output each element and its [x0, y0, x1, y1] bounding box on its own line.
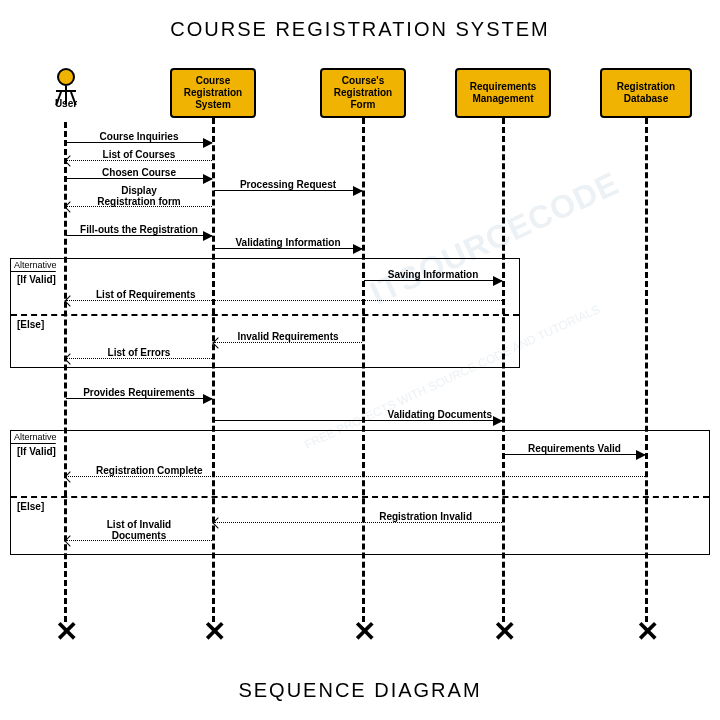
- fragment-divider: [11, 496, 709, 498]
- actor-user: User: [46, 68, 86, 109]
- terminator-icon: ✕: [636, 615, 659, 648]
- msg-list-of-requirements: List of Requirements: [66, 300, 502, 302]
- terminator-icon: ✕: [203, 615, 226, 648]
- fragment-label: Alternative: [10, 430, 64, 444]
- msg-display-registration-form: Display Registration form: [66, 206, 212, 208]
- guard-if-valid: [If Valid]: [17, 274, 56, 285]
- actor-head-icon: [57, 68, 75, 86]
- lifeline-requirements-management: Requirements Management: [455, 68, 551, 118]
- msg-requirements-valid: Requirements Valid: [504, 454, 645, 456]
- msg-registration-invalid: Registration Invalid: [214, 522, 502, 524]
- msg-validating-information: Validating Information: [214, 248, 362, 250]
- msg-registration-complete: Registration Complete: [66, 476, 645, 478]
- msg-list-of-errors: List of Errors: [66, 358, 212, 360]
- actor-label: User: [46, 98, 86, 109]
- diagram-title: COURSE REGISTRATION SYSTEM: [0, 18, 720, 41]
- msg-fillouts-registration: Fill-outs the Registration: [66, 235, 212, 237]
- msg-validating-documents: Validating Documents: [214, 420, 502, 422]
- msg-provides-requirements: Provides Requirements: [66, 398, 212, 400]
- guard-else: [Else]: [17, 319, 44, 330]
- lifeline-course-registration-system: Course Registration System: [170, 68, 256, 118]
- guard-if-valid: [If Valid]: [17, 446, 56, 457]
- terminator-icon: ✕: [353, 615, 376, 648]
- msg-course-inquiries: Course Inquiries: [66, 142, 212, 144]
- lifeline-courses-registration-form: Course's Registration Form: [320, 68, 406, 118]
- terminator-icon: ✕: [55, 615, 78, 648]
- msg-invalid-requirements: Invalid Requirements: [214, 342, 362, 344]
- terminator-icon: ✕: [493, 615, 516, 648]
- diagram-subtitle: SEQUENCE DIAGRAM: [0, 679, 720, 702]
- msg-saving-information: Saving Information: [364, 280, 502, 282]
- guard-else: [Else]: [17, 501, 44, 512]
- lifeline-registration-database: Registration Database: [600, 68, 692, 118]
- msg-processing-request: Processing Request: [214, 190, 362, 192]
- sequence-diagram: ITSOURCECODE FREE PROJECTS WITH SOURCE C…: [0, 60, 720, 660]
- msg-chosen-course: Chosen Course: [66, 178, 212, 180]
- msg-list-invalid-documents: List of Invalid Documents: [66, 540, 212, 542]
- msg-list-of-courses: List of Courses: [66, 160, 212, 162]
- fragment-label: Alternative: [10, 258, 64, 272]
- fragment-divider: [11, 314, 519, 316]
